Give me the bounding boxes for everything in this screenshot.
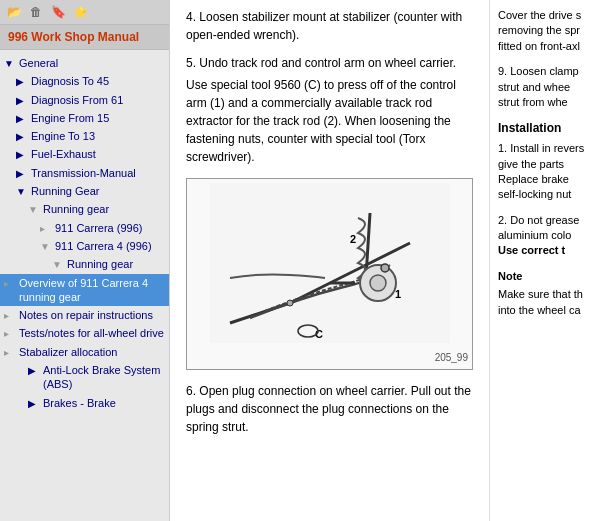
right-inst-step-1-number: 1. [498,142,510,154]
svg-point-9 [381,264,389,272]
sidebar-item-engine-from-15[interactable]: ▶Engine From 15 [0,109,169,127]
folder-collapsed-icon: ▶ [16,94,28,107]
item-expanded-icon: ▼ [28,203,40,216]
right-note-heading: Note [498,269,592,284]
folder-collapsed-icon: ▶ [16,112,28,125]
sidebar-item-label: Diagnosis To 45 [31,74,109,88]
sidebar-tree: ▼General▶Diagnosis To 45▶Diagnosis From … [0,50,169,521]
sidebar-item-label: Tests/notes for all-wheel drive [19,326,164,340]
sidebar-item-label: Engine From 15 [31,111,109,125]
sidebar-item-label: Brakes - Brake [43,396,116,410]
sidebar-item-notes-repair[interactable]: ▸Notes on repair instructions [0,306,169,324]
step-6: 6. Open plug connection on wheel carrier… [186,382,473,436]
sidebar-item-tests-notes[interactable]: ▸Tests/notes for all-wheel drive [0,324,169,342]
diagram-svg: 1 2 C [210,183,450,343]
sidebar-item-label: Running gear [67,257,133,271]
right-inst-step-1-text: Install in revers give the parts Replace… [498,142,584,200]
delete-icon[interactable]: 🗑 [28,4,44,20]
item-icon: ▸ [40,222,52,235]
sidebar-item-brakes-brake[interactable]: ▶Brakes - Brake [0,394,169,412]
right-inst-step-1: 1. Install in revers give the parts Repl… [498,141,592,203]
folder-open-icon[interactable]: 📂 [6,4,22,20]
sidebar-item-overview-911-carrera-4[interactable]: ▸Overview of 911 Carrera 4 running gear [0,274,169,307]
sidebar-item-running-gear-sub2[interactable]: ▼Running gear [0,255,169,273]
sidebar-item-label: 911 Carrera 4 (996) [55,239,152,253]
folder-collapsed-icon: ▶ [16,130,28,143]
diagram: 1 2 C 205_99 [186,178,473,370]
sidebar-item-label: Overview of 911 Carrera 4 running gear [19,276,165,305]
right-note-text: Make sure that th into the wheel ca [498,287,592,318]
right-inst-step-2-text: Do not grease aluminium coloUse correct … [498,214,579,257]
sidebar-item-diagnosis-from-61[interactable]: ▶Diagnosis From 61 [0,91,169,109]
right-intro-text: Cover the drive s removing the spr fitte… [498,8,592,54]
folder-collapsed-icon: ▶ [16,148,28,161]
item-icon: ▸ [4,346,16,359]
sidebar-item-fuel-exhaust[interactable]: ▶Fuel-Exhaust [0,145,169,163]
sidebar-item-transmission-manual[interactable]: ▶Transmission-Manual [0,164,169,182]
svg-point-10 [287,300,293,306]
sidebar-item-label: Fuel-Exhaust [31,147,96,161]
right-step-9-number: 9. [498,65,510,77]
sidebar-title: 996 Work Shop Manual [0,25,169,50]
item-icon: ▸ [4,277,16,290]
item-icon: ▸ [4,327,16,340]
sidebar-item-label: Stabalizer allocation [19,345,117,359]
bookmark-icon[interactable]: 🔖 [50,4,66,20]
right-inst-step-2: 2. Do not grease aluminium coloUse corre… [498,213,592,259]
step-4-text: Loosen stabilizer mount at stabilizer (c… [186,10,462,42]
step-4: 4. Loosen stabilizer mount at stabilizer… [186,8,473,44]
right-installation-heading: Installation [498,120,592,137]
step-6-number: 6. [186,384,199,398]
sidebar-item-911-carrera-4-996[interactable]: ▼911 Carrera 4 (996) [0,237,169,255]
step-5-text: Undo track rod and control arm on wheel … [199,56,456,70]
sidebar-item-label: Anti-Lock Brake System (ABS) [43,363,165,392]
right-panel: Cover the drive s removing the spr fitte… [490,0,600,521]
sidebar-item-stabalizer[interactable]: ▸Stabalizer allocation [0,343,169,361]
right-step-9-text: Loosen clamp strut and whee strut from w… [498,65,579,108]
sidebar-item-general[interactable]: ▼General [0,54,169,72]
step-5: 5. Undo track rod and control arm on whe… [186,54,473,166]
sidebar: 📂 🗑 🔖 ⭐ 996 Work Shop Manual ▼General▶Di… [0,0,170,521]
item-expanded-icon: ▼ [52,258,64,271]
star-icon[interactable]: ⭐ [72,4,88,20]
main-content: 4. Loosen stabilizer mount at stabilizer… [170,0,600,521]
folder-collapsed-icon: ▶ [16,167,28,180]
sidebar-item-running-gear-sub[interactable]: ▼Running gear [0,200,169,218]
step-4-number: 4. [186,10,199,24]
sidebar-item-anti-lock-brake[interactable]: ▶Anti-Lock Brake System (ABS) [0,361,169,394]
sidebar-item-label: Notes on repair instructions [19,308,153,322]
sidebar-item-label: Running gear [43,202,109,216]
right-inst-step-2-number: 2. [498,214,510,226]
folder-collapsed-icon: ▶ [16,75,28,88]
sidebar-item-911-carrera-996[interactable]: ▸911 Carrera (996) [0,219,169,237]
sidebar-item-label: Running Gear [31,184,100,198]
item-icon: ▸ [4,309,16,322]
toolbar: 📂 🗑 🔖 ⭐ [0,0,169,25]
sidebar-item-running-gear[interactable]: ▼Running Gear [0,182,169,200]
sidebar-item-label: Engine To 13 [31,129,95,143]
right-step-9: 9. Loosen clamp strut and whee strut fro… [498,64,592,110]
main-scroll: 4. Loosen stabilizer mount at stabilizer… [170,0,600,521]
item-expanded-icon: ▼ [40,240,52,253]
sidebar-item-label: Transmission-Manual [31,166,136,180]
sidebar-item-diagnosis-to-45[interactable]: ▶Diagnosis To 45 [0,72,169,90]
diagram-caption: 205_99 [191,350,468,365]
step-5-subtext: Use special tool 9560 (C) to press off o… [186,76,473,166]
svg-point-3 [370,275,386,291]
folder-expanded-icon: ▼ [16,185,28,198]
sidebar-item-label: 911 Carrera (996) [55,221,142,235]
svg-text:2: 2 [350,233,356,245]
folder-expanded-icon: ▼ [4,57,16,70]
center-panel: 4. Loosen stabilizer mount at stabilizer… [170,0,490,521]
sidebar-item-engine-to-13[interactable]: ▶Engine To 13 [0,127,169,145]
svg-text:1: 1 [395,288,401,300]
folder-collapsed-icon: ▶ [28,397,40,410]
folder-collapsed-icon: ▶ [28,364,40,377]
step-5-number: 5. [186,56,199,70]
sidebar-item-label: Diagnosis From 61 [31,93,123,107]
step-6-text: Open plug connection on wheel carrier. P… [186,384,471,434]
sidebar-item-label: General [19,56,58,70]
